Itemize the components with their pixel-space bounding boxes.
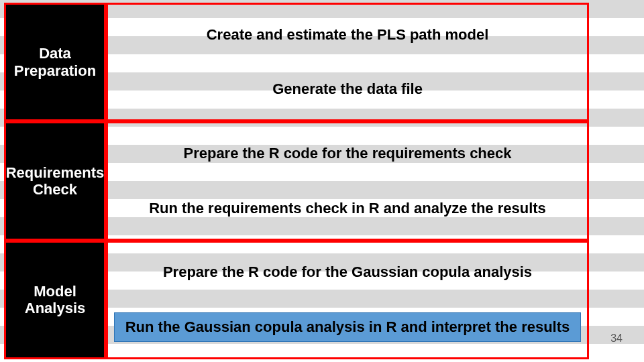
row-model-analysis: ModelAnalysis Prepare the R code for the… xyxy=(4,241,589,359)
step-run-req-check: Run the requirements check in R and anal… xyxy=(115,194,580,223)
step-run-copula-analysis: Run the Gaussian copula analysis in R an… xyxy=(115,313,580,341)
section-steps-data-preparation: Create and estimate the PLS path model G… xyxy=(106,3,589,121)
row-requirements-check: RequirementsCheck Prepare the R code for… xyxy=(4,121,589,240)
section-steps-requirements-check: Prepare the R code for the requirements … xyxy=(106,121,589,240)
process-table: DataPreparation Create and estimate the … xyxy=(4,3,589,359)
page-number: 34 xyxy=(610,333,623,345)
section-steps-model-analysis: Prepare the R code for the Gaussian copu… xyxy=(106,241,589,359)
step-create-pls-model: Create and estimate the PLS path model xyxy=(115,21,580,49)
section-label-requirements-check: RequirementsCheck xyxy=(4,121,106,240)
slide: DataPreparation Create and estimate the … xyxy=(0,0,644,362)
step-prepare-req-code: Prepare the R code for the requirements … xyxy=(115,139,580,168)
section-label-model-analysis: ModelAnalysis xyxy=(4,241,106,359)
step-generate-data-file: Generate the data file xyxy=(115,75,580,103)
row-data-preparation: DataPreparation Create and estimate the … xyxy=(4,3,589,121)
section-label-data-preparation: DataPreparation xyxy=(4,3,106,121)
step-prepare-copula-code: Prepare the R code for the Gaussian copu… xyxy=(115,258,580,286)
